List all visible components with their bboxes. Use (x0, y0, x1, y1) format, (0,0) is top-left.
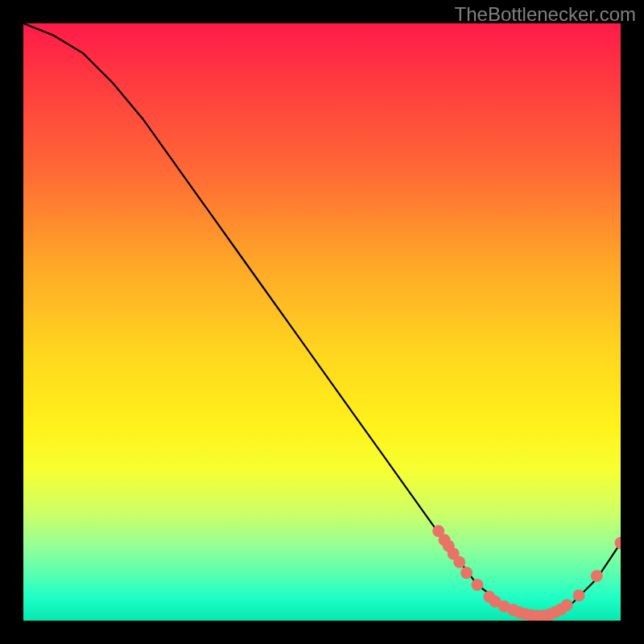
data-marker (591, 570, 603, 582)
bottleneck-curve (23, 23, 621, 615)
data-marker (453, 556, 465, 568)
data-marker (471, 579, 483, 591)
data-marker (460, 567, 473, 579)
data-marker (573, 589, 585, 601)
watermark-text: TheBottlenecker.com (455, 3, 636, 26)
marker-group (432, 525, 621, 621)
data-marker (561, 599, 573, 611)
chart-svg (23, 23, 621, 621)
data-marker (615, 537, 621, 549)
